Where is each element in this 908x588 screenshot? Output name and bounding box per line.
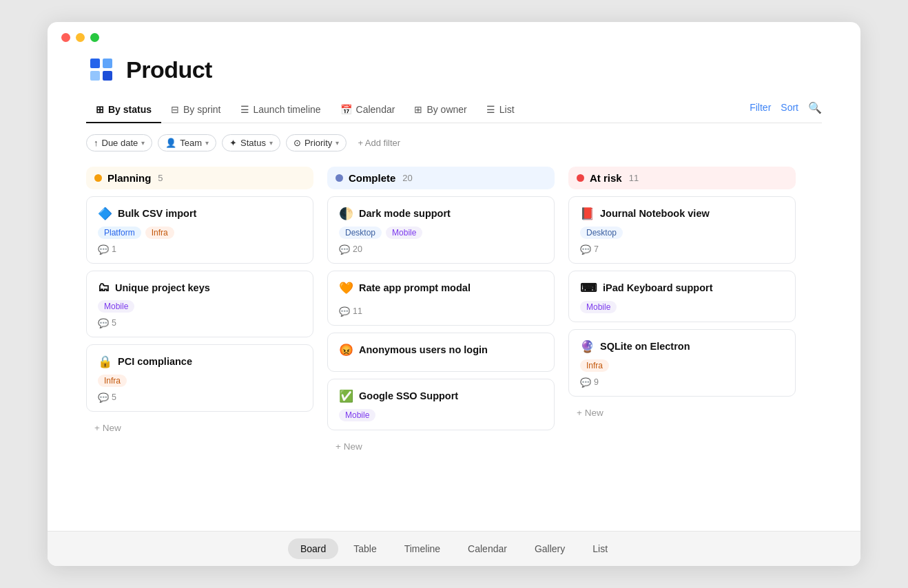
tab-calendar-icon: 📅: [340, 104, 352, 115]
card-dark-mode[interactable]: 🌓 Dark mode support Desktop Mobile 💬 20: [327, 196, 555, 264]
titlebar: [48, 22, 860, 49]
new-atrisk-button[interactable]: + New: [568, 403, 796, 422]
bottom-tab-board[interactable]: Board: [288, 538, 338, 559]
card-sqlite-electron[interactable]: 🔮 SQLite on Electron Infra 💬 9: [568, 329, 796, 397]
comment-icon: 💬: [98, 318, 109, 328]
card-title-row: 🗂 Unique project keys: [98, 281, 302, 295]
card-title-row: 🌓 Dark mode support: [339, 207, 543, 221]
product-logo-icon: [86, 54, 116, 85]
card-pci-compliance[interactable]: 🔒 PCI compliance Infra 💬 5: [86, 344, 313, 412]
card-tags: Platform Infra: [98, 227, 302, 239]
team-icon: 👤: [165, 138, 176, 148]
tab-list[interactable]: ☰ List: [477, 98, 524, 123]
priority-icon: ⊙: [293, 138, 301, 148]
tab-list-icon: ☰: [486, 104, 495, 115]
card-ipad-keyboard[interactable]: ⌨ iPad Keyboard support Mobile: [568, 271, 796, 322]
svg-rect-1: [103, 59, 112, 68]
due-date-icon: ↑: [94, 138, 99, 148]
chevron-down-icon: ▾: [141, 139, 145, 147]
svg-rect-3: [103, 71, 112, 81]
bottom-tab-table[interactable]: Table: [341, 538, 389, 559]
card-tags: Mobile: [339, 409, 543, 421]
comment-icon: 💬: [98, 244, 109, 255]
filter-button[interactable]: Filter: [750, 102, 771, 113]
tabs-actions: Filter Sort 🔍: [750, 101, 822, 120]
page-header: Product: [86, 54, 822, 85]
tag-mobile: Mobile: [580, 301, 617, 313]
card-journal-notebook[interactable]: 📕 Journal Notebook view Desktop 💬 7: [568, 196, 796, 264]
filter-priority[interactable]: ⊙ Priority ▾: [286, 134, 347, 151]
card-title-row: 🔷 Bulk CSV import: [98, 207, 302, 221]
anonymous-icon: 😡: [339, 343, 353, 357]
chevron-down-icon: ▾: [336, 139, 339, 147]
tab-by-sprint[interactable]: ⊟ By sprint: [161, 98, 230, 123]
new-planning-button[interactable]: + New: [86, 419, 313, 437]
status-icon: ✦: [229, 138, 237, 148]
atrisk-dot: [577, 174, 584, 182]
minimize-dot[interactable]: [76, 33, 85, 42]
maximize-dot[interactable]: [90, 33, 99, 42]
comment-icon: 💬: [580, 244, 591, 255]
card-anonymous-users[interactable]: 😡 Anonymous users no login: [327, 333, 555, 372]
keyboard-icon: ⌨: [580, 281, 597, 295]
card-google-sso[interactable]: ✅ Google SSO Support Mobile: [327, 379, 555, 430]
chevron-down-icon: ▾: [205, 139, 209, 147]
card-footer: 💬 11: [339, 306, 543, 317]
card-tags: Desktop Mobile: [339, 227, 543, 239]
planning-dot: [94, 174, 102, 182]
tag-infra: Infra: [580, 359, 609, 372]
tab-owner-icon: ⊞: [414, 104, 422, 115]
tag-desktop: Desktop: [339, 227, 382, 239]
card-footer: 💬 7: [580, 244, 784, 255]
close-dot[interactable]: [61, 33, 70, 42]
page-title: Product: [126, 56, 212, 83]
filter-due-date[interactable]: ↑ Due date ▾: [86, 134, 152, 151]
journal-icon: 📕: [580, 207, 595, 221]
column-complete-header: Complete 20: [327, 167, 555, 189]
comment-icon: 💬: [580, 377, 591, 388]
sort-button[interactable]: Sort: [781, 102, 798, 113]
bottom-tab-calendar[interactable]: Calendar: [455, 538, 519, 559]
tab-launch-timeline[interactable]: ☰ Launch timeline: [231, 98, 331, 123]
card-footer: 💬 1: [98, 244, 302, 255]
filter-status[interactable]: ✦ Status ▾: [222, 134, 280, 151]
bottom-bar: Board Table Timeline Calendar Gallery Li…: [48, 531, 860, 566]
tab-by-sprint-icon: ⊟: [171, 104, 179, 115]
card-title-row: 🧡 Rate app prompt modal: [339, 281, 543, 295]
dark-mode-icon: 🌓: [339, 207, 353, 221]
pci-icon: 🔒: [98, 355, 112, 369]
card-footer: 💬 20: [339, 244, 543, 255]
bottom-tab-timeline[interactable]: Timeline: [392, 538, 453, 559]
tag-infra: Infra: [145, 227, 174, 239]
card-tags: Infra: [98, 375, 302, 387]
column-planning: Planning 5 🔷 Bulk CSV import Platform In…: [86, 167, 313, 526]
sso-icon: ✅: [339, 389, 353, 403]
card-rate-app[interactable]: 🧡 Rate app prompt modal 💬 11: [327, 271, 555, 326]
card-tags: Mobile: [98, 300, 302, 313]
tab-launch-icon: ☰: [240, 104, 249, 115]
add-filter-button[interactable]: + Add filter: [352, 135, 406, 151]
card-tags: Infra: [580, 359, 784, 372]
tag-desktop: Desktop: [580, 227, 623, 239]
comment-icon: 💬: [98, 392, 109, 403]
column-atrisk-header: At risk 11: [568, 167, 796, 189]
tab-by-status[interactable]: ⊞ By status: [86, 98, 161, 123]
tabs-bar: ⊞ By status ⊟ By sprint ☰ Launch timelin…: [86, 98, 822, 123]
card-tags: Mobile: [580, 301, 784, 313]
card-bulk-csv[interactable]: 🔷 Bulk CSV import Platform Infra 💬 1: [86, 196, 313, 264]
new-complete-button[interactable]: + New: [327, 437, 555, 456]
column-at-risk: At risk 11 📕 Journal Notebook view Deskt…: [568, 167, 796, 526]
filter-team[interactable]: 👤 Team ▾: [158, 134, 216, 151]
search-icon[interactable]: 🔍: [808, 101, 822, 114]
card-title-row: 😡 Anonymous users no login: [339, 343, 543, 357]
card-unique-project-keys[interactable]: 🗂 Unique project keys Mobile 💬 5: [86, 271, 313, 337]
bottom-tab-list[interactable]: List: [580, 538, 620, 559]
main-content: Product ⊞ By status ⊟ By sprint ☰ Launch…: [48, 49, 860, 531]
rate-app-icon: 🧡: [339, 281, 353, 295]
tab-by-owner[interactable]: ⊞ By owner: [404, 98, 476, 123]
complete-dot: [336, 174, 343, 182]
tab-calendar[interactable]: 📅 Calendar: [331, 98, 405, 123]
bottom-tab-gallery[interactable]: Gallery: [522, 538, 577, 559]
svg-rect-2: [90, 71, 100, 81]
column-planning-header: Planning 5: [86, 167, 313, 189]
